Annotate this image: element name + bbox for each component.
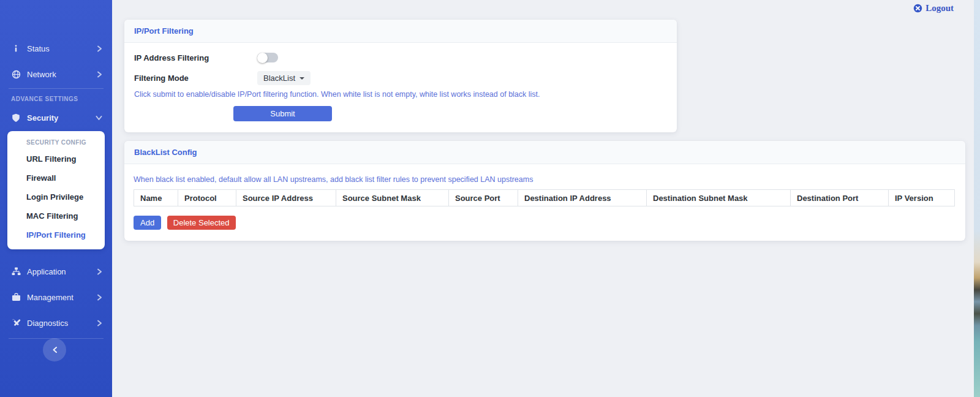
ip-address-filtering-label: IP Address Filtering <box>134 53 257 62</box>
blacklist-hint-text: When black list enabled, default allow a… <box>134 175 956 184</box>
sidebar-item-application[interactable]: Application <box>0 259 112 284</box>
chevron-right-icon <box>97 71 102 78</box>
desktop-wallpaper-sliver <box>974 0 980 397</box>
caret-down-icon <box>300 77 304 80</box>
submenu-item-firewall[interactable]: Firewall <box>7 168 105 187</box>
chevron-down-icon <box>96 115 102 121</box>
sidebar-item-label: Network <box>27 70 56 79</box>
filtering-mode-select[interactable]: BlackList <box>257 71 311 85</box>
toggle-knob <box>257 53 268 63</box>
submenu-item-url-filtering[interactable]: URL Filtering <box>7 149 105 168</box>
blacklist-rules-table: NameProtocolSource IP AddressSource Subn… <box>134 189 955 206</box>
sidebar-item-label: Application <box>27 267 66 276</box>
blacklist-config-card: BlackList Config When black list enabled… <box>124 141 965 241</box>
card-header: IP/Port Filtering <box>124 20 677 43</box>
sidebar-item-security[interactable]: Security <box>0 105 112 130</box>
shield-icon <box>11 113 21 123</box>
submenu-section-label: SECURITY CONFIG <box>7 139 105 149</box>
column-header: Destination Subnet Mask <box>647 190 791 206</box>
main-content: IP/Port Filtering IP Address Filtering F… <box>112 0 980 397</box>
info-icon <box>11 43 21 53</box>
submenu-item-ip-port-filtering[interactable]: IP/Port Filtering <box>7 225 105 244</box>
chevron-right-icon <box>97 294 102 301</box>
filtering-mode-value: BlackList <box>263 74 295 83</box>
column-header: Source Port <box>449 190 518 206</box>
column-header: Name <box>134 190 178 206</box>
chevron-right-icon <box>97 268 102 275</box>
chevron-right-icon <box>97 45 102 52</box>
column-header: Source IP Address <box>236 190 336 206</box>
sidebar-item-label: Diagnostics <box>27 319 68 328</box>
submenu-item-mac-filtering[interactable]: MAC Filtering <box>7 206 105 225</box>
tools-icon <box>11 318 21 328</box>
delete-selected-button[interactable]: Delete Selected <box>167 216 236 230</box>
submenu-item-login-privilege[interactable]: Login Privilege <box>7 187 105 206</box>
sidebar-section-label: ADVANCE SETTINGS <box>0 90 112 105</box>
chevron-right-icon <box>97 320 102 327</box>
column-header: Destination IP Address <box>518 190 647 206</box>
sidebar-item-label: Status <box>27 44 50 53</box>
ip-port-filtering-card: IP/Port Filtering IP Address Filtering F… <box>124 20 677 132</box>
card-title: BlackList Config <box>134 148 197 157</box>
security-submenu: SECURITY CONFIG URL FilteringFirewallLog… <box>7 131 105 249</box>
briefcase-icon <box>11 292 21 302</box>
sidebar-item-management[interactable]: Management <box>0 284 112 310</box>
sitemap-icon <box>11 267 21 276</box>
column-header: IP Version <box>889 190 955 206</box>
sidebar-item-network[interactable]: Network <box>0 61 112 87</box>
sidebar-item-diagnostics[interactable]: Diagnostics <box>0 310 112 336</box>
sidebar: Status Network ADVANCE SETTINGS Security <box>0 0 112 397</box>
add-button[interactable]: Add <box>134 216 161 230</box>
filter-hint-text: Click submit to enable/disable IP/Port f… <box>134 90 667 99</box>
sidebar-item-label: Security <box>27 113 58 123</box>
card-title: IP/Port Filtering <box>134 26 194 36</box>
column-header: Source Subnet Mask <box>336 190 449 206</box>
sidebar-item-status[interactable]: Status <box>0 36 112 61</box>
column-header: Protocol <box>178 190 236 206</box>
sidebar-collapse-button[interactable] <box>43 338 66 361</box>
submit-button[interactable]: Submit <box>233 106 332 121</box>
column-header: Destination Port <box>791 190 889 206</box>
filtering-mode-label: Filtering Mode <box>134 74 257 83</box>
card-header: BlackList Config <box>124 141 965 164</box>
sidebar-divider <box>9 88 104 89</box>
globe-icon <box>11 69 21 79</box>
table-header-row: NameProtocolSource IP AddressSource Subn… <box>134 190 955 206</box>
chevron-left-icon <box>52 346 58 354</box>
sidebar-item-label: Management <box>27 293 74 302</box>
ip-address-filtering-toggle[interactable] <box>257 53 278 62</box>
